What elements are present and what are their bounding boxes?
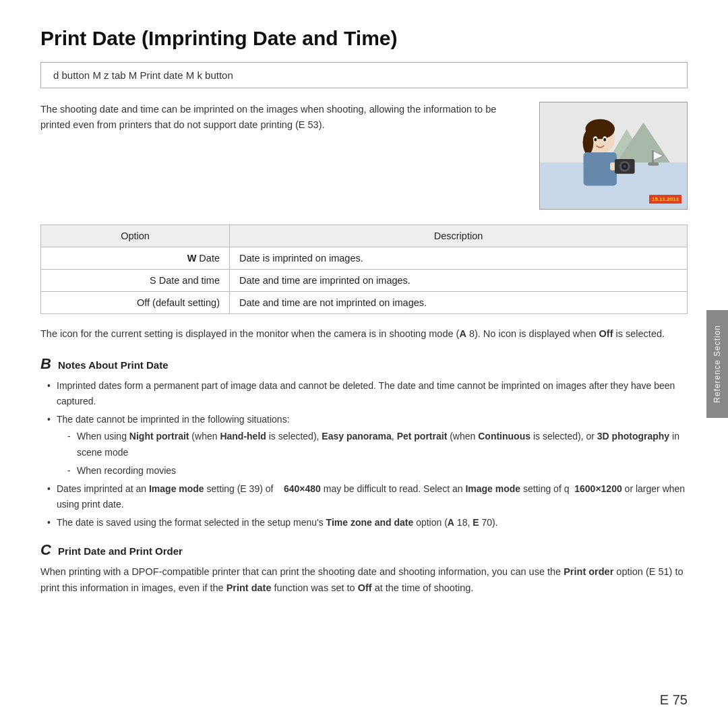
table-header-option: Option [41, 225, 230, 247]
table-row: W Date Date is imprinted on images. [41, 247, 688, 270]
list-item: Dates imprinted at an Image mode setting… [47, 481, 688, 512]
svg-point-14 [603, 138, 606, 142]
svg-point-9 [583, 130, 594, 154]
page-title: Print Date (Imprinting Date and Time) [40, 27, 688, 50]
reference-tab: Reference Section [706, 310, 728, 418]
notes-letter: B [40, 355, 51, 373]
page-number: E 75 [660, 692, 688, 708]
table-cell-desc-2: Date and time are imprinted on images. [230, 270, 688, 292]
notes-list: Imprinted dates form a permanent part of… [40, 378, 688, 530]
page-container: Print Date (Imprinting Date and Time) d … [0, 0, 728, 728]
list-item: When using Night portrait (when Hand-hel… [67, 429, 688, 460]
print-order-letter: C [40, 541, 51, 559]
reference-text: Reference Section [712, 325, 722, 403]
options-table: Option Description W Date Date is imprin… [40, 224, 688, 314]
print-order-section: C Print Date and Print Order When printi… [40, 541, 688, 597]
svg-rect-6 [648, 162, 659, 166]
table-header-description: Description [230, 225, 688, 247]
list-item: When recording movies [67, 463, 688, 479]
notes-title: Notes About Print Date [58, 359, 169, 371]
sub-list: When using Night portrait (when Hand-hel… [57, 429, 688, 478]
table-cell-desc-1: Date is imprinted on images. [230, 247, 688, 270]
table-row: Off (default setting) Date and time are … [41, 292, 688, 314]
list-item: The date is saved using the format selec… [47, 515, 688, 530]
table-row: S Date and time Date and time are imprin… [41, 270, 688, 292]
table-cell-option-3: Off (default setting) [41, 292, 230, 314]
table-cell-option-1: W Date [41, 247, 230, 270]
notes-section: B Notes About Print Date Imprinted dates… [40, 355, 688, 530]
table-cell-option-2: S Date and time [41, 270, 230, 292]
intro-section: The shooting date and time can be imprin… [40, 102, 688, 210]
svg-point-13 [594, 138, 597, 142]
shooting-note: The icon for the current setting is disp… [40, 326, 688, 342]
print-order-title: Print Date and Print Order [58, 545, 183, 557]
list-item: Imprinted dates form a permanent part of… [47, 378, 688, 409]
print-order-header: C Print Date and Print Order [40, 541, 688, 559]
svg-point-19 [624, 165, 626, 168]
camera-image: 15.11.2013 [539, 102, 688, 210]
intro-text: The shooting date and time can be imprin… [40, 102, 526, 133]
date-stamp: 15.11.2013 [649, 195, 681, 204]
table-cell-desc-3: Date and time are not imprinted on image… [230, 292, 688, 314]
notes-header: B Notes About Print Date [40, 355, 688, 373]
print-order-text: When printing with a DPOF-compatible pri… [40, 564, 688, 597]
nav-bar: d button M z tab M Print date M k button [40, 62, 688, 88]
list-item: The date cannot be imprinted in the foll… [47, 412, 688, 478]
